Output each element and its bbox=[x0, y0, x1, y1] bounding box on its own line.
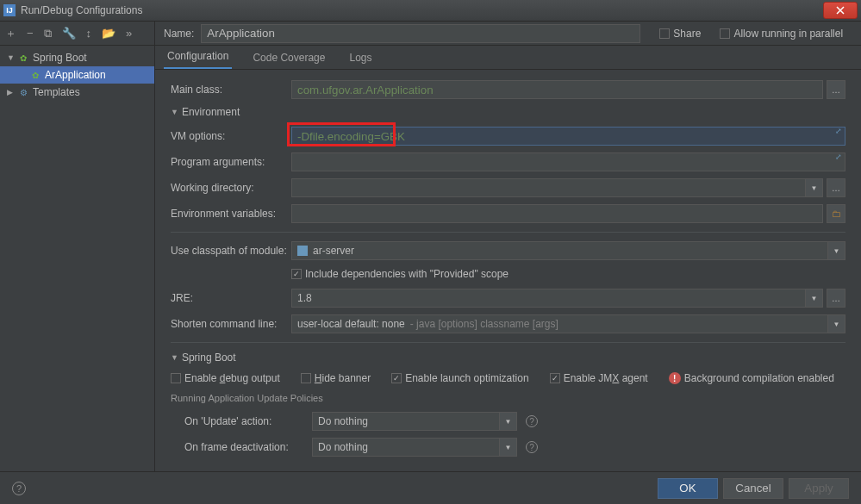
env-vars-row: Environment variables: 🗀 bbox=[171, 204, 845, 223]
include-deps-label: Include dependencies with "Provided" sco… bbox=[305, 268, 508, 280]
jre-label: JRE: bbox=[171, 292, 291, 304]
jre-select[interactable]: 1.8 bbox=[291, 289, 806, 308]
dropdown-arrow-icon[interactable]: ▼ bbox=[500, 438, 517, 457]
tab-configuration[interactable]: Configuration bbox=[164, 45, 232, 69]
tab-logs[interactable]: Logs bbox=[346, 47, 375, 69]
cancel-button[interactable]: Cancel bbox=[723, 478, 783, 499]
tree-item-arapplication[interactable]: ✿ ArApplication bbox=[0, 66, 154, 84]
working-dir-row: Working directory: ▼ … bbox=[171, 178, 845, 197]
environment-collapser[interactable]: ▼ Environment bbox=[171, 106, 845, 118]
shorten-value: user-local default: none bbox=[297, 318, 405, 330]
on-update-row: On 'Update' action: Do nothing ▼ ? bbox=[171, 412, 845, 431]
jmx-agent-checkbox[interactable]: Enable JMX agent bbox=[550, 372, 648, 384]
vm-options-input[interactable] bbox=[291, 127, 845, 146]
apply-button[interactable]: Apply bbox=[789, 478, 849, 499]
folder-button[interactable]: 📂 bbox=[102, 27, 115, 40]
main-class-browse-button[interactable]: … bbox=[827, 80, 845, 99]
working-dir-label: Working directory: bbox=[171, 182, 291, 194]
vm-options-label: VM options: bbox=[171, 130, 291, 142]
ok-button[interactable]: OK bbox=[658, 478, 718, 499]
help-icon[interactable]: ? bbox=[526, 441, 538, 453]
share-checkbox[interactable]: Share bbox=[659, 28, 701, 40]
up-down-button[interactable]: ↕ bbox=[86, 27, 92, 40]
name-bar: Name: Share Allow running in parallel bbox=[155, 22, 861, 46]
divider bbox=[171, 232, 845, 233]
on-update-value: Do nothing bbox=[318, 415, 368, 427]
remove-button[interactable]: − bbox=[27, 27, 34, 40]
checkbox-icon bbox=[301, 373, 311, 383]
environment-label: Environment bbox=[182, 106, 240, 118]
checkbox-icon bbox=[720, 28, 730, 39]
spring-boot-checks: Enable debug output Hide banner Enable l… bbox=[171, 372, 845, 384]
chevron-down-icon: ▼ bbox=[171, 353, 178, 362]
main-class-input[interactable] bbox=[291, 80, 823, 99]
shorten-select[interactable]: user-local default: none - java [options… bbox=[291, 314, 828, 333]
spring-boot-collapser[interactable]: ▼ Spring Boot bbox=[171, 352, 845, 364]
divider bbox=[171, 342, 845, 343]
tab-code-coverage[interactable]: Code Coverage bbox=[249, 47, 328, 69]
config-tree: ▼ ✿ Spring Boot ✿ ArApplication ▶ ⚙ Temp… bbox=[0, 46, 154, 471]
sidebar: ＋ − ⧉ 🔧 ↕ 📂 » ▼ ✿ Spring Boot ✿ ArApplic… bbox=[0, 22, 155, 471]
help-button[interactable]: ? bbox=[12, 482, 26, 495]
add-button[interactable]: ＋ bbox=[5, 26, 16, 41]
spring-boot-label: Spring Boot bbox=[182, 352, 236, 364]
working-dir-input[interactable] bbox=[291, 178, 806, 197]
launch-opt-checkbox[interactable]: Enable launch optimization bbox=[391, 372, 528, 384]
hide-banner-checkbox[interactable]: Hide banner bbox=[301, 372, 371, 384]
hide-banner-label: Hide banner bbox=[315, 372, 371, 384]
warning-icon: ! bbox=[669, 372, 681, 384]
on-update-select[interactable]: Do nothing bbox=[312, 412, 500, 431]
dropdown-arrow-icon[interactable]: ▼ bbox=[828, 314, 845, 333]
dropdown-arrow-icon[interactable]: ▼ bbox=[828, 241, 845, 260]
share-label: Share bbox=[673, 28, 701, 40]
spring-icon: ✿ bbox=[17, 52, 29, 64]
tabs: Configuration Code Coverage Logs bbox=[155, 46, 861, 70]
template-icon: ⚙ bbox=[17, 86, 29, 98]
env-vars-input[interactable] bbox=[291, 204, 823, 223]
window-close-button[interactable] bbox=[823, 2, 858, 19]
jre-browse-button[interactable]: … bbox=[827, 289, 845, 308]
right-panel: Name: Share Allow running in parallel Co… bbox=[155, 22, 861, 471]
tree-group-spring-boot[interactable]: ▼ ✿ Spring Boot bbox=[0, 49, 154, 66]
shorten-row: Shorten command line: user-local default… bbox=[171, 314, 845, 333]
classpath-label: Use classpath of module: bbox=[171, 245, 291, 257]
program-args-label: Program arguments: bbox=[171, 156, 291, 168]
on-frame-select[interactable]: Do nothing bbox=[312, 438, 500, 457]
dropdown-arrow-icon[interactable]: ▼ bbox=[806, 289, 823, 308]
module-icon bbox=[297, 246, 308, 256]
chevron-down-icon: ▼ bbox=[7, 53, 17, 62]
tree-group-label: Templates bbox=[33, 86, 80, 98]
expand-icon[interactable]: ⤢ bbox=[835, 127, 842, 135]
footer: ? OK Cancel Apply bbox=[0, 471, 861, 504]
dropdown-arrow-icon[interactable]: ▼ bbox=[500, 412, 517, 431]
help-icon[interactable]: ? bbox=[526, 415, 538, 427]
parallel-checkbox[interactable]: Allow running in parallel bbox=[720, 28, 843, 40]
settings-button[interactable]: 🔧 bbox=[62, 27, 76, 40]
jre-row: JRE: 1.8 ▼ … bbox=[171, 289, 845, 308]
update-policies-title: Running Application Update Policies bbox=[171, 393, 845, 403]
jmx-agent-label: Enable JMX agent bbox=[564, 372, 648, 384]
env-vars-folder-button[interactable]: 🗀 bbox=[827, 204, 845, 223]
checkbox-icon bbox=[391, 373, 402, 383]
on-update-label: On 'Update' action: bbox=[184, 415, 312, 427]
working-dir-browse-button[interactable]: … bbox=[827, 178, 845, 197]
tree-group-label: Spring Boot bbox=[33, 52, 87, 64]
bg-compile-label: Background compilation enabled bbox=[684, 372, 834, 384]
jre-value: 1.8 bbox=[297, 292, 312, 304]
on-frame-label: On frame deactivation: bbox=[184, 441, 312, 453]
program-args-input[interactable] bbox=[291, 152, 845, 171]
dropdown-arrow-icon[interactable]: ▼ bbox=[806, 178, 823, 197]
classpath-select[interactable]: ar-server bbox=[291, 241, 828, 260]
classpath-row: Use classpath of module: ar-server ▼ bbox=[171, 241, 845, 260]
enable-debug-checkbox[interactable]: Enable debug output bbox=[171, 372, 280, 384]
include-deps-checkbox[interactable]: Include dependencies with "Provided" sco… bbox=[291, 268, 508, 280]
shorten-hint: - java [options] classname [args] bbox=[410, 318, 558, 330]
name-input[interactable] bbox=[201, 24, 640, 43]
copy-button[interactable]: ⧉ bbox=[44, 27, 52, 40]
tree-group-templates[interactable]: ▶ ⚙ Templates bbox=[0, 84, 154, 101]
chevron-right-icon: ▶ bbox=[7, 88, 17, 96]
expand-icon[interactable]: ⤢ bbox=[835, 152, 842, 161]
expand-button[interactable]: » bbox=[126, 27, 132, 40]
titlebar: IJ Run/Debug Configurations bbox=[0, 0, 861, 22]
on-frame-value: Do nothing bbox=[318, 441, 368, 453]
